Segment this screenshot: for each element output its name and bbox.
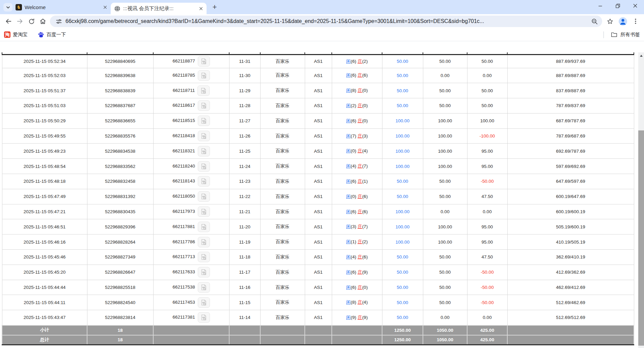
vertical-scrollbar[interactable] xyxy=(638,52,644,348)
video-replay-button[interactable] xyxy=(198,70,210,81)
bet-amount-link[interactable]: 100.00 xyxy=(396,118,409,123)
player-result-link[interactable]: 闲 xyxy=(346,209,351,214)
scrollbar-thumb[interactable] xyxy=(638,130,644,346)
bet-amount-link[interactable]: 100.00 xyxy=(396,240,409,245)
player-result-link[interactable]: 闲 xyxy=(346,270,351,275)
video-replay-button[interactable] xyxy=(198,237,210,247)
banker-result-link[interactable]: 庄 xyxy=(357,239,362,244)
minimize-button[interactable] xyxy=(591,0,609,11)
address-bar[interactable]: 66cxkj98.com/game/betrecord_search/kind3… xyxy=(50,16,602,27)
close-window-button[interactable] xyxy=(626,0,644,11)
video-replay-button[interactable] xyxy=(198,176,210,187)
player-result-link[interactable]: 闲 xyxy=(346,148,351,153)
banker-result-link[interactable]: 庄 xyxy=(357,73,362,78)
player-result-link[interactable]: 闲 xyxy=(346,103,351,108)
player-result-link[interactable]: 闲 xyxy=(346,73,351,78)
player-result-link[interactable]: 闲 xyxy=(346,194,351,199)
player-result-link[interactable]: 闲 xyxy=(346,254,351,259)
scrollbar-up-button[interactable] xyxy=(638,52,644,59)
video-replay-button[interactable] xyxy=(198,252,210,262)
banker-result-link[interactable]: 庄 xyxy=(357,270,362,275)
video-replay-button[interactable] xyxy=(198,267,210,277)
video-replay-button[interactable] xyxy=(198,191,210,202)
round-id-text: 662118711 xyxy=(173,88,195,93)
banker-result-link[interactable]: 庄 xyxy=(357,103,362,108)
player-result-link[interactable]: 闲 xyxy=(346,285,351,290)
tab-list-chevron-button[interactable] xyxy=(3,3,12,11)
bet-amount-link[interactable]: 50.00 xyxy=(397,59,408,64)
bet-amount-link[interactable]: 50.00 xyxy=(397,73,408,78)
banker-result-link[interactable]: 庄 xyxy=(357,315,362,320)
player-result-link[interactable]: 闲 xyxy=(346,239,351,244)
zoom-indicator-button[interactable] xyxy=(589,16,599,26)
bet-amount-link[interactable]: 50.00 xyxy=(397,103,408,108)
video-replay-button[interactable] xyxy=(198,206,210,217)
video-replay-button[interactable] xyxy=(198,116,210,126)
video-replay-button[interactable] xyxy=(198,161,210,172)
bet-amount-link[interactable]: 100.00 xyxy=(396,149,409,154)
profile-avatar-button[interactable] xyxy=(617,16,628,27)
video-replay-button[interactable] xyxy=(198,100,210,111)
site-info-button[interactable] xyxy=(54,17,63,26)
all-bookmarks-button[interactable]: 所有书签 xyxy=(603,31,640,38)
menu-button[interactable] xyxy=(630,16,641,27)
tab-close-icon[interactable] xyxy=(101,3,109,11)
banker-result-link[interactable]: 庄 xyxy=(357,148,362,153)
banker-result-link[interactable]: 庄 xyxy=(357,224,362,229)
player-result-link[interactable]: 闲 xyxy=(346,118,351,123)
banker-result-link[interactable]: 庄 xyxy=(357,194,362,199)
player-result-link[interactable]: 闲 xyxy=(346,179,351,184)
bookmark-aitaobao[interactable]: 淘 爱淘宝 xyxy=(4,31,28,38)
banker-result-link[interactable]: 庄 xyxy=(357,88,362,93)
bet-amount-link[interactable]: 50.00 xyxy=(397,194,408,199)
bet-amount-link[interactable]: 100.00 xyxy=(396,224,409,229)
video-replay-button[interactable] xyxy=(198,56,210,67)
banker-result-link[interactable]: 庄 xyxy=(357,59,362,64)
home-button[interactable] xyxy=(37,16,49,27)
bet-amount-link[interactable]: 50.00 xyxy=(397,254,408,259)
bet-amount-link[interactable]: 50.00 xyxy=(397,300,408,305)
reload-button[interactable] xyxy=(26,16,37,27)
player-result-link[interactable]: 闲 xyxy=(346,164,351,169)
video-replay-button[interactable] xyxy=(198,222,210,232)
video-replay-button[interactable] xyxy=(198,146,210,156)
video-replay-button[interactable] xyxy=(198,312,210,323)
video-replay-button[interactable] xyxy=(197,85,210,96)
banker-result-link[interactable]: 庄 xyxy=(357,285,362,290)
video-replay-button[interactable] xyxy=(198,131,210,141)
cell-bet-id: 522968825518 xyxy=(87,280,153,295)
tab-welcome[interactable]: ♞ Welcome xyxy=(12,0,111,14)
bet-amount-link[interactable]: 50.00 xyxy=(397,88,408,93)
player-result-link[interactable]: 闲 xyxy=(346,315,351,320)
video-replay-button[interactable] xyxy=(198,297,210,308)
bet-amount-link[interactable]: 50.00 xyxy=(397,179,408,184)
banker-result-link[interactable]: 庄 xyxy=(357,300,362,305)
banker-result-link[interactable]: 庄 xyxy=(357,133,362,139)
bet-amount-link[interactable]: 50.00 xyxy=(397,315,408,320)
player-result-link[interactable]: 闲 xyxy=(346,88,351,93)
bet-amount-link[interactable]: 100.00 xyxy=(396,164,409,169)
bet-amount-link[interactable]: 100.00 xyxy=(396,133,409,139)
bet-amount-link[interactable]: 50.00 xyxy=(397,270,408,275)
bet-amount-link[interactable]: 50.00 xyxy=(397,285,408,290)
forward-button[interactable] xyxy=(14,16,26,27)
new-tab-button[interactable]: + xyxy=(210,2,219,12)
bookmark-star-button[interactable] xyxy=(604,16,616,27)
video-replay-button[interactable] xyxy=(198,282,210,293)
banker-result-link[interactable]: 庄 xyxy=(357,164,362,169)
tab-close-icon[interactable] xyxy=(197,5,205,12)
banker-result-link[interactable]: 庄 xyxy=(357,118,362,123)
player-result-link[interactable]: 闲 xyxy=(346,224,351,229)
player-result-link[interactable]: 闲 xyxy=(346,300,351,305)
bookmark-baidu[interactable]: 百度一下 xyxy=(38,31,66,38)
player-result-link[interactable]: 闲 xyxy=(346,59,351,64)
bet-amount-link[interactable]: 100.00 xyxy=(396,209,409,214)
tab-bet-record[interactable]: :::视讯 会员下注纪录::: xyxy=(111,3,207,14)
player-result-link[interactable]: 闲 xyxy=(346,133,351,139)
banker-result-link[interactable]: 庄 xyxy=(357,209,362,214)
banker-result-link[interactable]: 庄 xyxy=(357,179,362,184)
back-button[interactable] xyxy=(3,16,14,27)
restore-button[interactable] xyxy=(609,0,626,11)
bet-row: 2025-11-15 05:48:54522968833562662118240… xyxy=(2,159,634,174)
banker-result-link[interactable]: 庄 xyxy=(357,254,362,259)
